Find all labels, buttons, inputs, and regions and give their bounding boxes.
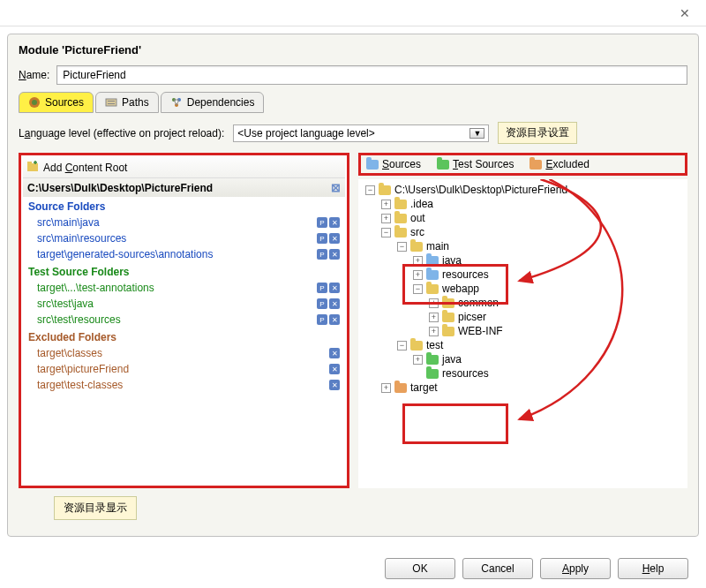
edit-icon[interactable]: P — [317, 233, 327, 244]
tree-toggle[interactable]: + — [381, 383, 391, 393]
language-level-select[interactable]: <Use project language level> ▼ — [233, 124, 489, 142]
excluded-folder-row[interactable]: target\classes✕ — [23, 345, 345, 361]
folder-icon — [442, 313, 454, 322]
remove-icon[interactable]: ✕ — [329, 380, 340, 390]
tree-toggle[interactable]: + — [429, 313, 439, 322]
cancel-button[interactable]: Cancel — [462, 558, 533, 579]
source-folder-row[interactable]: target\generated-sources\annotationsP✕ — [23, 246, 345, 262]
titlebar: ✕ — [0, 0, 706, 26]
content-roots-panel: Add Content Root C:\Users\Dulk\Desktop\P… — [19, 153, 349, 488]
dialog-buttons: OK Cancel Apply Help — [385, 558, 688, 579]
folder-blue-icon — [366, 160, 379, 170]
folder-icon — [410, 242, 423, 252]
ok-button[interactable]: OK — [385, 558, 455, 579]
folder-icon — [442, 327, 454, 336]
folder-icon — [394, 228, 407, 237]
name-input[interactable] — [56, 65, 687, 85]
mark-test-sources-button[interactable]: Test Sources — [437, 158, 514, 170]
remove-icon[interactable]: ✕ — [329, 298, 340, 309]
mark-sources-button[interactable]: Sources — [366, 158, 421, 170]
dropdown-arrow-icon: ▼ — [469, 128, 484, 139]
tab-dependencies[interactable]: Dependencies — [161, 92, 265, 113]
folder-tree[interactable]: −C:\Users\Dulk\Desktop\PictureFriend +.i… — [358, 179, 687, 488]
source-folder-row[interactable]: src\main\javaP✕ — [23, 215, 345, 230]
remove-root-icon[interactable]: ⊠ — [331, 181, 341, 194]
tab-sources[interactable]: Sources — [19, 92, 94, 113]
callout-resource-display: 资源目录显示 — [54, 496, 137, 520]
tree-toggle[interactable]: − — [397, 242, 407, 252]
edit-icon[interactable]: P — [317, 314, 327, 325]
svg-rect-4 — [108, 103, 115, 104]
remove-icon[interactable]: ✕ — [329, 348, 340, 358]
folder-green-icon — [426, 369, 439, 379]
excluded-folders-header: Excluded Folders — [23, 328, 345, 345]
svg-rect-9 — [27, 162, 32, 164]
dependencies-icon — [170, 96, 183, 109]
tree-toggle[interactable]: − — [397, 341, 407, 351]
edit-icon[interactable]: P — [317, 249, 327, 260]
tree-toggle[interactable]: + — [429, 327, 439, 336]
svg-point-1 — [32, 100, 37, 105]
mark-as-legend: Sources Test Sources Excluded — [358, 153, 687, 176]
add-icon — [26, 160, 39, 175]
folder-icon — [394, 200, 407, 209]
test-folder-row[interactable]: src\test\javaP✕ — [23, 296, 345, 312]
folder-green-icon — [437, 160, 449, 170]
annotation-box — [402, 264, 508, 305]
folder-green-icon — [426, 355, 439, 365]
add-content-root-button[interactable]: Add Content Root — [23, 157, 345, 178]
excluded-folder-row[interactable]: target\pictureFriend✕ — [23, 361, 345, 377]
svg-rect-3 — [108, 101, 115, 102]
remove-icon[interactable]: ✕ — [329, 364, 340, 374]
name-label: Name: — [19, 69, 49, 81]
remove-icon[interactable]: ✕ — [329, 314, 340, 325]
tree-toggle[interactable]: + — [413, 355, 423, 365]
folder-icon — [379, 185, 391, 195]
remove-icon[interactable]: ✕ — [329, 249, 340, 260]
tab-paths[interactable]: Paths — [95, 92, 159, 113]
module-panel: Module 'PictureFriend' Name: Sources Pat… — [7, 34, 699, 537]
svg-rect-8 — [27, 163, 38, 171]
mark-excluded-button[interactable]: Excluded — [530, 158, 589, 170]
apply-button[interactable]: Apply — [540, 558, 611, 579]
folder-icon — [394, 214, 407, 223]
edit-icon[interactable]: P — [317, 217, 327, 228]
annotation-box — [402, 403, 508, 444]
paths-icon — [105, 96, 117, 109]
language-level-label: Language level (effective on project rel… — [19, 127, 224, 139]
callout-resource-settings: 资源目录设置 — [498, 122, 577, 144]
close-icon[interactable]: ✕ — [672, 3, 697, 24]
remove-icon[interactable]: ✕ — [329, 283, 340, 293]
edit-icon[interactable]: P — [317, 283, 327, 293]
excluded-folder-row[interactable]: target\test-classes✕ — [23, 377, 345, 393]
source-folder-row[interactable]: src\main\resourcesP✕ — [23, 230, 345, 246]
folder-orange-icon — [394, 383, 407, 393]
module-title: Module 'PictureFriend' — [19, 43, 687, 57]
folder-orange-icon — [530, 160, 542, 170]
remove-icon[interactable]: ✕ — [329, 233, 340, 244]
sources-icon — [28, 96, 41, 109]
source-folders-header: Source Folders — [23, 197, 345, 215]
tree-toggle[interactable]: − — [365, 185, 375, 195]
tree-toggle[interactable]: + — [381, 214, 391, 223]
edit-icon[interactable]: P — [317, 298, 327, 309]
test-folders-header: Test Source Folders — [23, 262, 345, 280]
remove-icon[interactable]: ✕ — [329, 217, 340, 228]
content-root-path[interactable]: C:\Users\Dulk\Desktop\PictureFriend ⊠ — [23, 178, 345, 197]
test-folder-row[interactable]: target\...\test-annotationsP✕ — [23, 280, 345, 296]
test-folder-row[interactable]: src\test\resourcesP✕ — [23, 312, 345, 328]
tree-toggle[interactable]: + — [381, 200, 391, 209]
folder-icon — [410, 341, 423, 351]
svg-rect-2 — [106, 99, 116, 106]
help-button[interactable]: Help — [618, 558, 688, 579]
tree-toggle[interactable]: − — [381, 228, 391, 237]
